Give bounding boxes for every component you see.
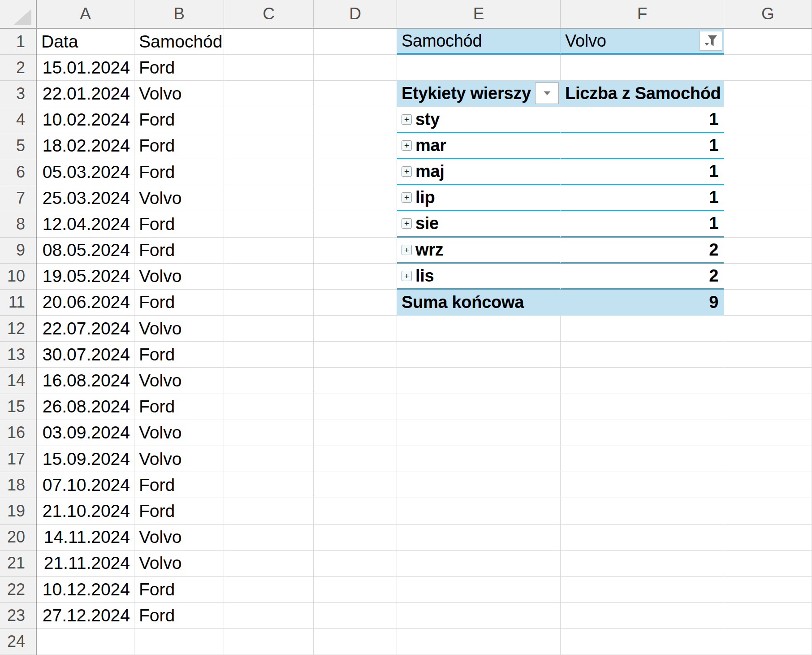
cell-B2[interactable]: Ford [134, 55, 224, 81]
cell-B8[interactable]: Ford [134, 211, 224, 237]
row-header-21[interactable]: 21 [0, 551, 36, 577]
row-header-6[interactable]: 6 [0, 159, 36, 185]
cell-F13[interactable] [561, 342, 724, 368]
cell-B3[interactable]: Volvo [134, 81, 224, 107]
cell-A14[interactable]: 16.08.2024 [37, 368, 134, 394]
cell-A12[interactable]: 22.07.2024 [37, 316, 134, 342]
cell-G5[interactable] [724, 133, 812, 159]
cell-C17[interactable] [224, 446, 314, 472]
cell-C2[interactable] [224, 55, 314, 81]
cell-D2[interactable] [314, 55, 397, 81]
row-header-15[interactable]: 15 [0, 394, 36, 420]
cell-C22[interactable] [224, 577, 314, 603]
cell-G17[interactable] [724, 446, 812, 472]
cell-G20[interactable] [724, 525, 812, 551]
cell-F23[interactable] [561, 603, 724, 629]
cell-G22[interactable] [724, 577, 812, 603]
cell-B5[interactable]: Ford [134, 133, 224, 159]
cell-A13[interactable]: 30.07.2024 [37, 342, 134, 368]
cell-B10[interactable]: Volvo [134, 264, 224, 290]
cell-A9[interactable]: 08.05.2024 [37, 238, 134, 264]
cell-D22[interactable] [314, 577, 397, 603]
cell-B4[interactable]: Ford [134, 107, 224, 133]
row-header-20[interactable]: 20 [0, 525, 36, 551]
cell-B24[interactable] [134, 629, 224, 655]
pivot-month-value-cell[interactable]: 2 [561, 238, 724, 264]
cell-B14[interactable]: Volvo [134, 368, 224, 394]
row-header-18[interactable]: 18 [0, 472, 36, 498]
cell-E13[interactable] [397, 342, 561, 368]
cell-A5[interactable]: 18.02.2024 [37, 133, 134, 159]
cell-D4[interactable] [314, 107, 397, 133]
cell-C4[interactable] [224, 107, 314, 133]
cell-G9[interactable] [724, 238, 812, 264]
cell-A3[interactable]: 22.01.2024 [37, 81, 134, 107]
column-header-A[interactable]: A [37, 0, 134, 28]
cell-C9[interactable] [224, 238, 314, 264]
cell-A11[interactable]: 20.06.2024 [37, 290, 134, 316]
cell-F14[interactable] [561, 368, 724, 394]
plus-box-icon[interactable]: + [402, 245, 412, 255]
cell-B15[interactable]: Ford [134, 394, 224, 420]
pivot-month-label-cell[interactable]: +maj [397, 159, 561, 185]
row-header-10[interactable]: 10 [0, 264, 36, 290]
cell-D8[interactable] [314, 211, 397, 237]
cell-G15[interactable] [724, 394, 812, 420]
cell-D6[interactable] [314, 159, 397, 185]
cell-C8[interactable] [224, 211, 314, 237]
cell-G4[interactable] [724, 107, 812, 133]
cell-C5[interactable] [224, 133, 314, 159]
cell-D17[interactable] [314, 446, 397, 472]
column-header-D[interactable]: D [314, 0, 397, 28]
cell-G18[interactable] [724, 472, 812, 498]
row-header-7[interactable]: 7 [0, 185, 36, 211]
cell-A10[interactable]: 19.05.2024 [37, 264, 134, 290]
cell-G19[interactable] [724, 498, 812, 524]
cell-B19[interactable]: Ford [134, 498, 224, 524]
cell-C10[interactable] [224, 264, 314, 290]
cell-D18[interactable] [314, 472, 397, 498]
cell-G13[interactable] [724, 342, 812, 368]
cell-D1[interactable] [314, 29, 397, 55]
row-header-9[interactable]: 9 [0, 238, 36, 264]
row-header-11[interactable]: 11 [0, 290, 36, 316]
cell-E20[interactable] [397, 525, 561, 551]
cell-G24[interactable] [724, 629, 812, 655]
cell-C15[interactable] [224, 394, 314, 420]
row-header-5[interactable]: 5 [0, 133, 36, 159]
cell-A17[interactable]: 15.09.2024 [37, 446, 134, 472]
column-header-E[interactable]: E [397, 0, 561, 28]
cell-B12[interactable]: Volvo [134, 316, 224, 342]
pivot-month-label-cell[interactable]: +sie [397, 211, 561, 237]
cell-D5[interactable] [314, 133, 397, 159]
plus-box-icon[interactable]: + [402, 114, 412, 125]
cell-F16[interactable] [561, 420, 724, 446]
cell-E14[interactable] [397, 368, 561, 394]
cell-A18[interactable]: 07.10.2024 [37, 472, 134, 498]
column-header-G[interactable]: G [724, 0, 812, 28]
cell-C7[interactable] [224, 185, 314, 211]
cell-F24[interactable] [561, 629, 724, 655]
column-header-C[interactable]: C [224, 0, 314, 28]
cell-G1[interactable] [724, 29, 812, 55]
cell-D16[interactable] [314, 420, 397, 446]
row-header-16[interactable]: 16 [0, 420, 36, 446]
pivot-values-header-cell[interactable]: Liczba z Samochód [561, 81, 724, 107]
pivot-month-value-cell[interactable]: 1 [561, 211, 724, 237]
cell-C21[interactable] [224, 551, 314, 577]
cell-A15[interactable]: 26.08.2024 [37, 394, 134, 420]
pivot-grand-total-value-cell[interactable]: 9 [561, 290, 724, 316]
cell-A7[interactable]: 25.03.2024 [37, 185, 134, 211]
row-header-3[interactable]: 3 [0, 81, 36, 107]
row-header-1[interactable]: 1 [0, 29, 36, 55]
cell-D20[interactable] [314, 525, 397, 551]
cell-D10[interactable] [314, 264, 397, 290]
cell-F15[interactable] [561, 394, 724, 420]
cell-C16[interactable] [224, 420, 314, 446]
cell-A8[interactable]: 12.04.2024 [37, 211, 134, 237]
pivot-filter-field-cell[interactable]: Samochód [397, 29, 561, 55]
cell-C1[interactable] [224, 29, 314, 55]
column-header-F[interactable]: F [561, 0, 724, 28]
cell-B21[interactable]: Volvo [134, 551, 224, 577]
cell-E21[interactable] [397, 551, 561, 577]
